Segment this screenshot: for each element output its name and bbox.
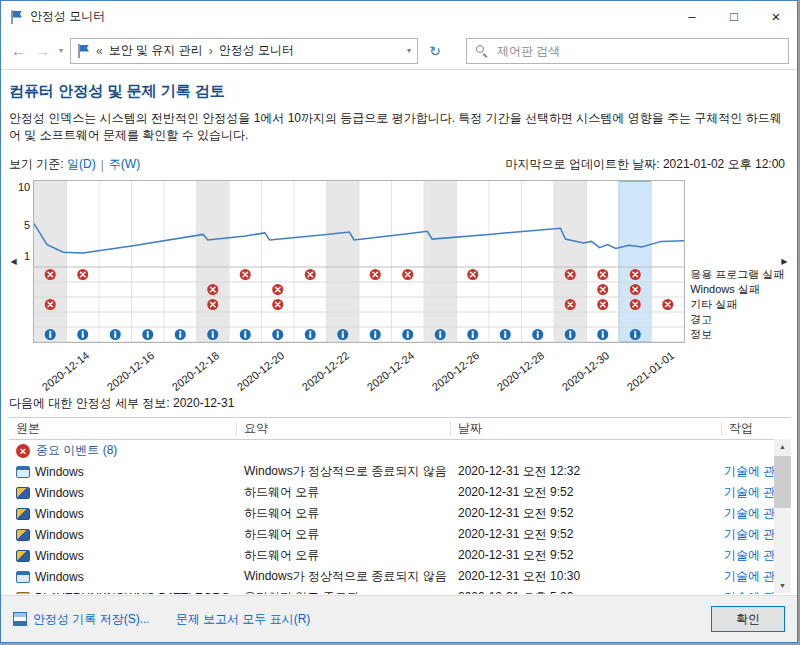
column-header-action[interactable]: 작업 (722, 421, 774, 436)
event-source: Windows (9, 507, 237, 521)
event-date: 2020-12-31 오전 9:52 (451, 526, 722, 543)
view-by-day-link[interactable]: 일(D) (67, 156, 96, 173)
title-bar: 안정성 모니터 – □ × (1, 1, 797, 32)
event-row-label: 경고 (690, 312, 712, 327)
table-row[interactable]: WindowsWindows가 정상적으로 종료되지 않음2020-12-31 … (9, 566, 774, 587)
event-source: PLAYERUNKNOWN'S BATTLEGRO... (9, 591, 237, 595)
history-dropdown-icon[interactable]: ▾ (57, 46, 65, 55)
event-row-label: 응용 프로그램 실패 (690, 267, 784, 282)
event-row-label: Windows 실패 (690, 282, 760, 297)
scrollbar-thumb[interactable] (774, 456, 791, 508)
action-link[interactable]: 기술에 관... (722, 568, 774, 585)
critical-error-icon: × (16, 444, 30, 458)
back-icon[interactable]: ← (9, 42, 28, 59)
breadcrumb-collapse-icon[interactable]: « (96, 44, 103, 58)
event-summary: Windows가 정상적으로 종료되지 않음 (237, 568, 451, 585)
monitor-icon (16, 571, 30, 583)
event-row-label: 정보 (690, 327, 712, 342)
chart-scroll-left-icon[interactable]: ◀ (9, 180, 18, 343)
window-title: 안정성 모니터 (30, 8, 105, 25)
event-summary: Windows가 정상적으로 종료되지 않음 (237, 463, 451, 480)
scroll-up-icon[interactable]: ▲ (774, 439, 791, 454)
y-tick: 10 (18, 181, 30, 193)
event-summary: 하드웨어 오류 (237, 547, 451, 564)
event-source: Windows (9, 465, 237, 479)
save-history-link[interactable]: 안정성 기록 저장(S)... (13, 611, 150, 628)
hardware-icon (16, 529, 30, 541)
last-updated-label: 마지막으로 업데이트한 날짜: 2021-01-02 오후 12:00 (506, 156, 789, 173)
event-summary: 하드웨어 오류 (237, 526, 451, 543)
event-date: 2020-12-31 오후 5:20 (451, 589, 722, 594)
flag-icon (77, 44, 90, 58)
action-link[interactable]: 기술에 관... (722, 463, 774, 480)
app-icon (16, 592, 30, 595)
close-button[interactable]: × (755, 1, 797, 32)
event-source: Windows (9, 549, 237, 563)
action-link[interactable]: 기술에 관... (722, 589, 774, 594)
event-summary: 응답하지 않고 종료됨 (237, 589, 451, 594)
stability-chart-area: ◀ 10 5 1 응용 프로그램 실패Windows 실패기타 실패경고정보 ▶ (9, 180, 789, 343)
monitor-icon (16, 466, 30, 478)
save-icon (13, 612, 27, 626)
search-icon (475, 44, 488, 57)
event-date: 2020-12-31 오전 12:32 (451, 463, 722, 480)
table-row[interactable]: PLAYERUNKNOWN'S BATTLEGRO...응답하지 않고 종료됨2… (9, 587, 774, 594)
flag-icon (10, 10, 23, 24)
scroll-down-icon[interactable]: ▼ (774, 578, 791, 593)
hardware-icon (16, 487, 30, 499)
event-date: 2020-12-31 오전 10:30 (451, 568, 722, 585)
event-date: 2020-12-31 오전 9:52 (451, 484, 722, 501)
column-header-source[interactable]: 원본 (9, 421, 237, 436)
stability-chart[interactable] (33, 180, 685, 343)
search-input[interactable] (495, 43, 780, 59)
view-by-week-link[interactable]: 주(W) (109, 156, 140, 173)
view-all-reports-label: 문제 보고서 모두 표시(R) (176, 611, 311, 628)
chart-y-axis: 10 5 1 (18, 180, 33, 343)
event-source: Windows (9, 486, 237, 500)
page-description: 안정성 인덱스는 시스템의 전반적인 안정성을 1에서 10까지의 등급으로 평… (9, 110, 789, 144)
breadcrumb-item-reliability[interactable]: 안정성 모니터 (219, 42, 294, 59)
event-source: Windows (9, 570, 237, 584)
event-row-labels: 응용 프로그램 실패Windows 실패기타 실패경고정보 (685, 180, 780, 343)
ok-button[interactable]: 확인 (711, 606, 785, 632)
action-link[interactable]: 기술에 관... (722, 547, 774, 564)
event-group-row[interactable]: × 중요 이벤트 (8) (9, 440, 774, 461)
page-title: 컴퓨터 안정성 및 문제 기록 검토 (9, 82, 789, 101)
breadcrumb-dropdown-icon[interactable]: ▾ (407, 46, 411, 55)
save-history-label: 안정성 기록 저장(S)... (33, 611, 150, 628)
event-source: Windows (9, 528, 237, 542)
event-group-label: 중요 이벤트 (8) (36, 442, 117, 459)
table-scrollbar[interactable]: ▲ ▼ (774, 439, 791, 593)
view-by-label: 보기 기준: (9, 156, 64, 173)
main-content: 컴퓨터 안정성 및 문제 기록 검토 안정성 인덱스는 시스템의 전반적인 안정… (1, 70, 797, 595)
breadcrumb-item-security[interactable]: 보안 및 유지 관리 (109, 42, 203, 59)
refresh-icon[interactable]: ↻ (423, 39, 447, 63)
table-row[interactable]: WindowsWindows가 정상적으로 종료되지 않음2020-12-31 … (9, 461, 774, 482)
hardware-icon (16, 550, 30, 562)
y-tick: 5 (24, 219, 30, 231)
table-row[interactable]: Windows하드웨어 오류2020-12-31 오전 9:52기술에 관... (9, 482, 774, 503)
footer-bar: 안정성 기록 저장(S)... 문제 보고서 모두 표시(R) 확인 (1, 595, 797, 642)
table-row[interactable]: Windows하드웨어 오류2020-12-31 오전 9:52기술에 관... (9, 524, 774, 545)
view-all-reports-link[interactable]: 문제 보고서 모두 표시(R) (176, 611, 311, 628)
chart-scroll-right-icon[interactable]: ▶ (780, 180, 789, 343)
breadcrumb[interactable]: « 보안 및 유지 관리 › 안정성 모니터 ▾ (70, 38, 418, 64)
x-axis-dates: 2020-12-142020-12-162020-12-182020-12-20… (35, 343, 685, 393)
navigation-toolbar: ← → ▾ « 보안 및 유지 관리 › 안정성 모니터 ▾ ↻ (1, 32, 797, 70)
column-header-summary[interactable]: 요약 (237, 421, 451, 436)
forward-icon[interactable]: → (33, 42, 52, 59)
breadcrumb-separator: › (209, 44, 213, 58)
column-header-date[interactable]: 날짜 (451, 421, 722, 436)
event-summary: 하드웨어 오류 (237, 505, 451, 522)
action-link[interactable]: 기술에 관... (722, 526, 774, 543)
action-link[interactable]: 기술에 관... (722, 484, 774, 501)
hardware-icon (16, 508, 30, 520)
action-link[interactable]: 기술에 관... (722, 505, 774, 522)
minimize-button[interactable]: – (671, 1, 713, 32)
table-row[interactable]: Windows하드웨어 오류2020-12-31 오전 9:52기술에 관... (9, 545, 774, 566)
table-row[interactable]: Windows하드웨어 오류2020-12-31 오전 9:52기술에 관... (9, 503, 774, 524)
maximize-button[interactable]: □ (713, 1, 755, 32)
search-box[interactable] (466, 38, 789, 64)
event-date: 2020-12-31 오전 9:52 (451, 547, 722, 564)
y-tick: 1 (24, 250, 30, 262)
